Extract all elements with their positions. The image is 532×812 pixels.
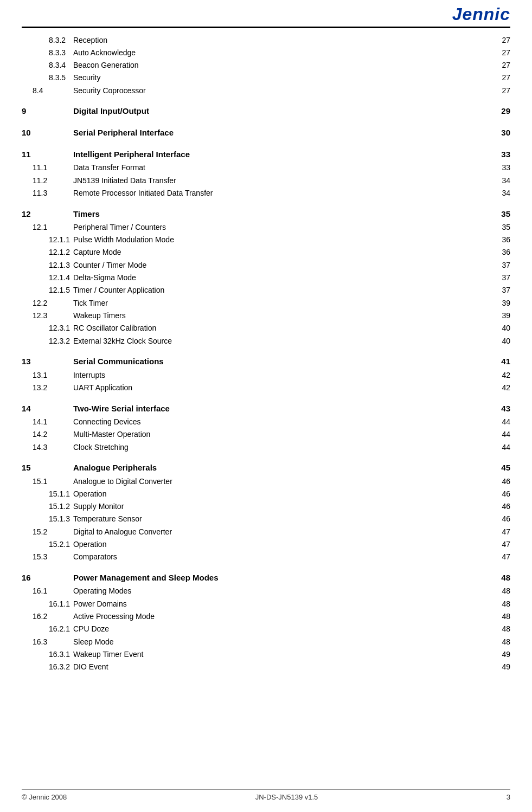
toc-title: Two-Wire Serial interface bbox=[73, 397, 494, 416]
toc-page: 46 bbox=[494, 513, 510, 525]
toc-num: 12.1.4 bbox=[22, 272, 73, 284]
toc-page: 42 bbox=[494, 381, 510, 394]
toc-title: Serial Communications bbox=[73, 350, 494, 369]
toc-page: 43 bbox=[494, 397, 510, 416]
toc-page: 49 bbox=[494, 648, 510, 660]
toc-title: Serial Peripheral Interface bbox=[73, 121, 494, 140]
toc-title: Connecting Devices bbox=[73, 415, 494, 428]
toc-num: 15.1 bbox=[22, 475, 73, 487]
toc-page: 36 bbox=[494, 234, 510, 246]
toc-row: 12.1.3Counter / Timer Mode37 bbox=[22, 259, 510, 271]
toc-title: Remote Processor Initiated Data Transfer bbox=[73, 186, 494, 199]
toc-row: 15.1.2Supply Monitor46 bbox=[22, 500, 510, 513]
toc-row: 11.1Data Transfer Format33 bbox=[22, 162, 510, 174]
toc-title: Analogue Peripherals bbox=[73, 456, 494, 475]
toc-page: 37 bbox=[494, 284, 510, 297]
toc-num: 15.1.1 bbox=[22, 487, 73, 500]
page-footer: © Jennic 2008 JN-DS-JN5139 v1.5 3 bbox=[22, 789, 510, 801]
toc-row: 8.4Security Coprocessor27 bbox=[22, 84, 510, 96]
toc-page: 48 bbox=[494, 635, 510, 648]
toc-row: 12.2Tick Timer39 bbox=[22, 297, 510, 309]
toc-page: 27 bbox=[494, 34, 510, 46]
toc-title: Peripheral Timer / Counters bbox=[73, 221, 494, 233]
toc-page: 36 bbox=[494, 246, 510, 259]
toc-row: 12Timers35 bbox=[22, 203, 510, 221]
toc-page: 46 bbox=[494, 487, 510, 500]
toc-page: 48 bbox=[494, 623, 510, 635]
toc-row: 15.1Analogue to Digital Converter46 bbox=[22, 475, 510, 487]
toc-title: Analogue to Digital Converter bbox=[73, 475, 494, 487]
toc-num: 15.1.3 bbox=[22, 513, 73, 525]
footer-page-number: 3 bbox=[507, 793, 510, 801]
toc-row: 12.1.2Capture Mode36 bbox=[22, 246, 510, 259]
toc-row: 8.3.2Reception27 bbox=[22, 34, 510, 46]
toc-num: 15 bbox=[22, 456, 73, 475]
toc-num: 15.1.2 bbox=[22, 500, 73, 513]
toc-page: 35 bbox=[494, 221, 510, 233]
toc-page: 40 bbox=[494, 322, 510, 334]
toc-row: 14.1Connecting Devices44 bbox=[22, 415, 510, 428]
toc-title: Operation bbox=[73, 538, 494, 551]
toc-num: 11.3 bbox=[22, 186, 73, 199]
toc-num: 8.3.2 bbox=[22, 34, 73, 46]
toc-num: 13.1 bbox=[22, 369, 73, 381]
toc-num: 15.2.1 bbox=[22, 538, 73, 551]
toc-page: 47 bbox=[494, 525, 510, 538]
toc-num: 13.2 bbox=[22, 381, 73, 394]
toc-row: 16.1.1Power Domains48 bbox=[22, 597, 510, 610]
toc-page: 45 bbox=[494, 456, 510, 475]
toc-row: 14.3Clock Stretching44 bbox=[22, 441, 510, 453]
toc-num: 12.1.2 bbox=[22, 246, 73, 259]
toc-num: 16.2.1 bbox=[22, 623, 73, 635]
toc-table: 8.3.2Reception278.3.3Auto Acknowledge278… bbox=[22, 34, 510, 673]
toc-num: 11 bbox=[22, 143, 73, 162]
toc-num: 14 bbox=[22, 397, 73, 416]
toc-row: 12.1.5Timer / Counter Application37 bbox=[22, 284, 510, 297]
toc-page: 41 bbox=[494, 350, 510, 369]
toc-page: 39 bbox=[494, 297, 510, 309]
toc-num: 16.1 bbox=[22, 585, 73, 597]
toc-title: Counter / Timer Mode bbox=[73, 259, 494, 271]
toc-row: 13Serial Communications41 bbox=[22, 350, 510, 369]
toc-page: 34 bbox=[494, 174, 510, 186]
toc-page: 37 bbox=[494, 259, 510, 271]
toc-page: 40 bbox=[494, 334, 510, 347]
toc-page: 46 bbox=[494, 475, 510, 487]
toc-row: 16.3.1Wakeup Timer Event49 bbox=[22, 648, 510, 660]
toc-title: Auto Acknowledge bbox=[73, 46, 494, 59]
toc-num: 14.1 bbox=[22, 415, 73, 428]
toc-page: 44 bbox=[494, 415, 510, 428]
toc-page: 47 bbox=[494, 538, 510, 551]
toc-page: 27 bbox=[494, 59, 510, 72]
toc-num: 12.1 bbox=[22, 221, 73, 233]
toc-page: 27 bbox=[494, 72, 510, 84]
toc-num: 12.3 bbox=[22, 309, 73, 321]
toc-title: Wakeup Timers bbox=[73, 309, 494, 321]
toc-title: JN5139 Initiated Data Transfer bbox=[73, 174, 494, 186]
toc-title: Comparators bbox=[73, 551, 494, 563]
toc-title: Security Coprocessor bbox=[73, 84, 494, 96]
toc-num: 12.3.2 bbox=[22, 334, 73, 347]
toc-title: Multi-Master Operation bbox=[73, 428, 494, 441]
toc-num: 16.1.1 bbox=[22, 597, 73, 610]
toc-row: 12.1.1Pulse Width Modulation Mode36 bbox=[22, 234, 510, 246]
toc-num: 12.1.3 bbox=[22, 259, 73, 271]
toc-title: Digital to Analogue Converter bbox=[73, 525, 494, 538]
toc-row: 12.1.4Delta-Sigma Mode37 bbox=[22, 272, 510, 284]
toc-num: 8.3.4 bbox=[22, 59, 73, 72]
toc-page: 48 bbox=[494, 610, 510, 623]
toc-num: 9 bbox=[22, 100, 73, 118]
toc-title: Operation bbox=[73, 487, 494, 500]
toc-num: 8.3.5 bbox=[22, 72, 73, 84]
toc-title: Beacon Generation bbox=[73, 59, 494, 72]
toc-num: 12.3.1 bbox=[22, 322, 73, 334]
toc-num: 16.3 bbox=[22, 635, 73, 648]
toc-num: 11.2 bbox=[22, 174, 73, 186]
toc-title: Delta-Sigma Mode bbox=[73, 272, 494, 284]
toc-title: Capture Mode bbox=[73, 246, 494, 259]
toc-num: 8.4 bbox=[22, 84, 73, 96]
toc-page: 48 bbox=[494, 566, 510, 585]
toc-row: 16Power Management and Sleep Modes48 bbox=[22, 566, 510, 585]
toc-row: 13.2UART Application42 bbox=[22, 381, 510, 394]
toc-row: 11.3Remote Processor Initiated Data Tran… bbox=[22, 186, 510, 199]
